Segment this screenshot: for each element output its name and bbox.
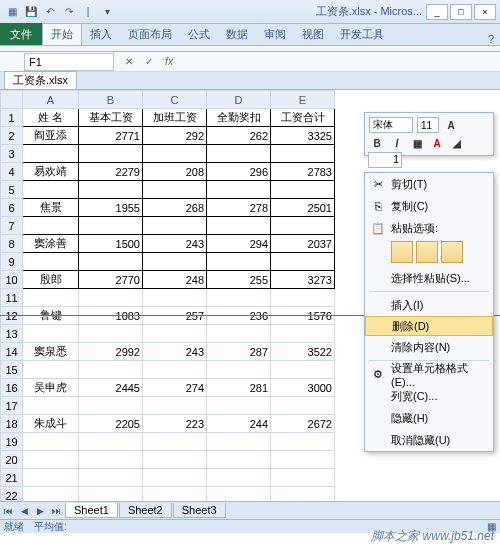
row-header[interactable]: 5 (1, 181, 23, 199)
ctx-copy[interactable]: ⎘复制(C) (365, 195, 493, 217)
row-header[interactable]: 15 (1, 361, 23, 379)
row-header[interactable]: 3 (1, 145, 23, 163)
ctx-paste-special[interactable]: 选择性粘贴(S)... (365, 267, 493, 289)
tab-view[interactable]: 视图 (294, 24, 332, 45)
cell[interactable]: 窦泉悉 (23, 343, 79, 361)
row-height-input[interactable]: 1 (368, 152, 402, 168)
cell[interactable]: 294 (207, 235, 271, 253)
help-icon[interactable]: ? (482, 33, 500, 45)
sheet-nav-first[interactable]: ⏮ (0, 503, 16, 519)
cell[interactable]: 243 (143, 343, 207, 361)
border-button[interactable]: ▦ (409, 135, 425, 151)
cell[interactable]: 296 (207, 163, 271, 181)
cell[interactable]: 208 (143, 163, 207, 181)
cell[interactable]: 2770 (79, 271, 143, 289)
cell[interactable]: 262 (207, 127, 271, 145)
tab-review[interactable]: 审阅 (256, 24, 294, 45)
row-header[interactable]: 8 (1, 235, 23, 253)
row-header[interactable]: 6 (1, 199, 23, 217)
cell[interactable]: 255 (207, 271, 271, 289)
cell[interactable]: 281 (207, 379, 271, 397)
cell[interactable]: 223 (143, 415, 207, 433)
file-tab[interactable]: 文件 (0, 23, 42, 45)
row-header[interactable]: 4 (1, 163, 23, 181)
row-header[interactable]: 14 (1, 343, 23, 361)
cell[interactable]: 3522 (271, 343, 335, 361)
cell[interactable]: 292 (143, 127, 207, 145)
ctx-cut[interactable]: ✂剪切(T) (365, 173, 493, 195)
select-all[interactable] (1, 91, 23, 109)
cell[interactable]: 243 (143, 235, 207, 253)
sheet-nav-last[interactable]: ⏭ (48, 503, 64, 519)
sheet-tab-1[interactable]: Sheet1 (65, 503, 118, 518)
row-header[interactable]: 1 (1, 109, 23, 127)
redo-icon[interactable]: ↷ (61, 4, 77, 20)
row-header[interactable]: 2 (1, 127, 23, 145)
cell[interactable]: 2783 (271, 163, 335, 181)
minimize-button[interactable]: _ (426, 4, 448, 20)
paste-opt-1[interactable] (391, 241, 413, 263)
ctx-hide[interactable]: 隐藏(H) (365, 407, 493, 429)
row-header[interactable]: 10 (1, 271, 23, 289)
ctx-unhide[interactable]: 取消隐藏(U) (365, 429, 493, 451)
row-header[interactable]: 21 (1, 469, 23, 487)
grow-font-icon[interactable]: A (443, 117, 459, 133)
row-header[interactable]: 7 (1, 217, 23, 235)
cell[interactable]: 287 (207, 343, 271, 361)
undo-icon[interactable]: ↶ (42, 4, 58, 20)
italic-button[interactable]: I (389, 135, 405, 151)
row-header[interactable]: 18 (1, 415, 23, 433)
qat-more-icon[interactable]: ▾ (99, 4, 115, 20)
enter-formula-icon[interactable]: ✓ (140, 53, 158, 71)
row-header[interactable]: 16 (1, 379, 23, 397)
tab-home[interactable]: 开始 (42, 23, 82, 45)
cell[interactable]: 278 (207, 199, 271, 217)
cell[interactable]: 274 (143, 379, 207, 397)
cell[interactable]: 易欢靖 (23, 163, 79, 181)
cell[interactable]: 244 (207, 415, 271, 433)
cell[interactable]: 248 (143, 271, 207, 289)
cell[interactable]: 殷郎 (23, 271, 79, 289)
maximize-button[interactable]: □ (450, 4, 472, 20)
row-header[interactable]: 20 (1, 451, 23, 469)
cell[interactable]: 2672 (271, 415, 335, 433)
font-size-select[interactable]: 11 (417, 117, 439, 133)
cell[interactable]: 2445 (79, 379, 143, 397)
ctx-insert[interactable]: 插入(I) (365, 294, 493, 316)
col-header-B[interactable]: B (79, 91, 143, 109)
sheet-tab-3[interactable]: Sheet3 (173, 503, 226, 518)
cell[interactable]: 阎亚添 (23, 127, 79, 145)
close-button[interactable]: × (474, 4, 496, 20)
fill-color-button[interactable]: ◢ (449, 135, 465, 151)
ctx-clear[interactable]: 清除内容(N) (365, 336, 493, 358)
tab-formulas[interactable]: 公式 (180, 24, 218, 45)
row-header[interactable]: 19 (1, 433, 23, 451)
sheet-nav-prev[interactable]: ◀ (16, 503, 32, 519)
sheet-tab-2[interactable]: Sheet2 (119, 503, 172, 518)
cell[interactable]: 2992 (79, 343, 143, 361)
name-box[interactable]: F1 (24, 53, 114, 71)
font-select[interactable]: 宋体 (369, 117, 413, 133)
col-header-A[interactable]: A (23, 91, 79, 109)
row-header[interactable]: 13 (1, 325, 23, 343)
bold-button[interactable]: B (369, 135, 385, 151)
paste-opt-3[interactable] (441, 241, 463, 263)
cell[interactable]: 2501 (271, 199, 335, 217)
paste-opt-2[interactable] (416, 241, 438, 263)
cell[interactable]: 3325 (271, 127, 335, 145)
cell[interactable]: 2205 (79, 415, 143, 433)
ctx-delete[interactable]: 删除(D) (365, 316, 493, 336)
cell[interactable]: 2037 (271, 235, 335, 253)
cell[interactable]: 3273 (271, 271, 335, 289)
sheet-nav-next[interactable]: ▶ (32, 503, 48, 519)
cell[interactable]: 3000 (271, 379, 335, 397)
col-header-D[interactable]: D (207, 91, 271, 109)
tab-developer[interactable]: 开发工具 (332, 24, 392, 45)
cell[interactable]: 2279 (79, 163, 143, 181)
cell[interactable]: 朱成斗 (23, 415, 79, 433)
row-header[interactable]: 17 (1, 397, 23, 415)
workbook-tab[interactable]: 工资条.xlsx (4, 71, 77, 89)
col-header-E[interactable]: E (271, 91, 335, 109)
cancel-formula-icon[interactable]: ✕ (120, 53, 138, 71)
save-icon[interactable]: 💾 (23, 4, 39, 20)
